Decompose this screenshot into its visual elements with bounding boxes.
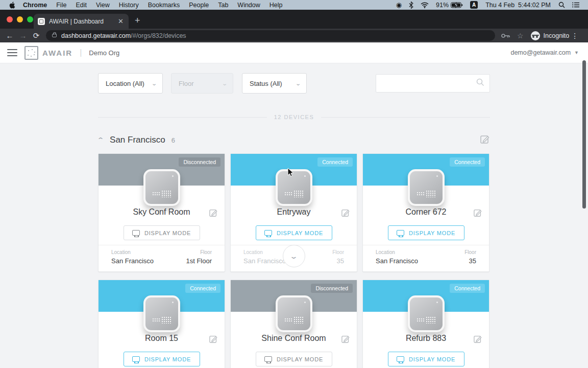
device-name: Sky Conf Room [133,208,190,216]
location-value: San Francisco [243,257,286,265]
device-name: Corner 672 [405,208,446,216]
monitor-icon [264,356,272,362]
menubar-clock[interactable]: Thu 4 Feb 5:44:02 PM [485,2,551,9]
display-mode-label: DISPLAY MODE [144,356,191,362]
wifi-icon[interactable] [421,2,429,8]
reload-button[interactable]: ⟳ [30,31,43,40]
display-mode-button[interactable]: DISPLAY MODE [256,352,332,366]
account-menu[interactable]: demo@getawair.com ▼ [510,49,579,56]
minimize-window-button[interactable] [17,16,23,22]
device-grid: Disconnected Sky Conf Room DISPLAY MODE … [98,153,490,368]
tab-favicon [38,18,45,25]
location-label: Location [243,249,286,255]
display-mode-label: DISPLAY MODE [409,356,455,362]
tab-close-icon[interactable]: ✕ [117,17,125,25]
floor-label: Floor [332,249,344,255]
apple-icon[interactable] [9,2,15,9]
bookmark-star-icon[interactable]: ☆ [517,32,524,40]
menubar-item-file[interactable]: File [52,2,71,9]
hamburger-menu-icon[interactable] [7,47,17,58]
device-card: Connected Corner 672 DISPLAY MODE Locati… [362,153,489,272]
awair-device-image [143,295,180,332]
location-value: San Francisco [376,257,418,265]
location-filter-value: Location (All) [106,80,144,87]
collapse-section-icon[interactable]: ⌃ [96,136,104,144]
page-scrollbar[interactable] [582,60,586,209]
browser-menu-icon[interactable]: ⋮ [571,32,578,40]
control-center-icon[interactable] [572,2,579,8]
bluetooth-icon[interactable] [409,2,413,9]
screen-record-icon[interactable]: ◉ [396,1,402,9]
menubar-item-tab[interactable]: Tab [213,2,233,9]
edit-device-icon[interactable] [209,335,218,346]
device-search[interactable] [376,74,490,93]
menubar-item-help[interactable]: Help [265,2,287,9]
menubar-item-bookmarks[interactable]: Bookmarks [143,2,185,9]
status-badge: Connected [317,157,353,167]
account-email: demo@getawair.com [510,49,571,56]
location-filter-select[interactable]: Location (All) ⌄ [98,73,163,94]
menubar-item-view[interactable]: View [91,2,114,9]
org-name: Demo Org [89,49,119,57]
edit-device-icon[interactable] [341,335,350,346]
close-window-button[interactable] [7,16,13,22]
input-source-icon[interactable]: A [470,1,478,9]
edit-device-icon[interactable] [474,335,482,346]
url-path: /#/orgs/832/devices [131,32,186,39]
address-bar[interactable]: dashboard.getawair.com /#/orgs/832/devic… [46,30,495,41]
macos-menubar: ChromeFileEditViewHistoryBookmarksPeople… [0,0,588,10]
forward-button[interactable]: → [16,31,30,40]
device-name: Entryway [277,208,311,216]
floor-label: Floor [464,249,476,255]
floor-value: 1st Floor [186,257,212,265]
zoom-window-button[interactable] [27,16,33,22]
monitor-icon [264,230,272,236]
password-key-icon[interactable] [501,31,510,40]
battery-percent: 91% [436,2,449,9]
menubar-item-people[interactable]: People [184,2,213,9]
edit-device-icon[interactable] [341,209,350,219]
spotlight-search-icon[interactable] [558,2,565,8]
status-badge: Connected [185,284,220,293]
expand-card-button[interactable]: ⌄ [283,245,305,267]
floor-value: 35 [332,257,344,265]
battery-status[interactable]: 91% [436,2,463,9]
filter-row: Location (All) ⌄ Floor ⌄ Status (All) ⌄ [98,73,490,94]
floor-filter-value: Floor [179,80,194,87]
display-mode-button[interactable]: DISPLAY MODE [388,352,464,366]
browser-tab[interactable]: AWAIR | Dashboard ✕ [34,14,129,29]
device-search-input[interactable] [381,80,476,87]
location-label: Location [111,249,154,255]
status-filter-value: Status (All) [250,80,282,87]
monitor-icon [132,230,140,236]
display-mode-label: DISPLAY MODE [409,230,455,236]
menubar-item-edit[interactable]: Edit [71,2,91,9]
display-mode-button[interactable]: DISPLAY MODE [124,225,200,240]
display-mode-button[interactable]: DISPLAY MODE [124,352,200,366]
display-mode-button[interactable]: DISPLAY MODE [388,225,464,240]
edit-device-icon[interactable] [209,209,218,219]
awair-device-image [276,295,312,332]
incognito-icon [531,31,540,40]
edit-section-icon[interactable] [480,134,490,146]
location-label: Location [376,249,418,255]
display-mode-button[interactable]: DISPLAY MODE [256,225,332,240]
lock-icon[interactable] [52,34,57,37]
awair-device-image [408,169,445,206]
floor-value: 35 [464,257,476,265]
menubar-item-history[interactable]: History [114,2,143,9]
status-badge: Disconnected [311,284,353,293]
back-button[interactable]: ← [3,31,16,40]
status-badge: Connected [450,284,485,293]
app-header: AWAIR | Demo Org demo@getawair.com ▼ [0,42,588,63]
status-badge: Disconnected [179,157,220,167]
card-footer: Location San Francisco Floor 35 [363,245,489,271]
status-filter-select[interactable]: Status (All) ⌄ [242,73,307,94]
new-tab-button[interactable]: + [135,16,140,25]
monitor-icon [132,356,140,362]
menubar-item-window[interactable]: Window [233,2,264,9]
browser-toolbar: ← → ⟳ dashboard.getawair.com /#/orgs/832… [0,29,588,42]
menubar-item-chrome[interactable]: Chrome [18,2,52,9]
edit-device-icon[interactable] [474,209,482,219]
chevron-down-icon: ⌄ [151,81,157,86]
